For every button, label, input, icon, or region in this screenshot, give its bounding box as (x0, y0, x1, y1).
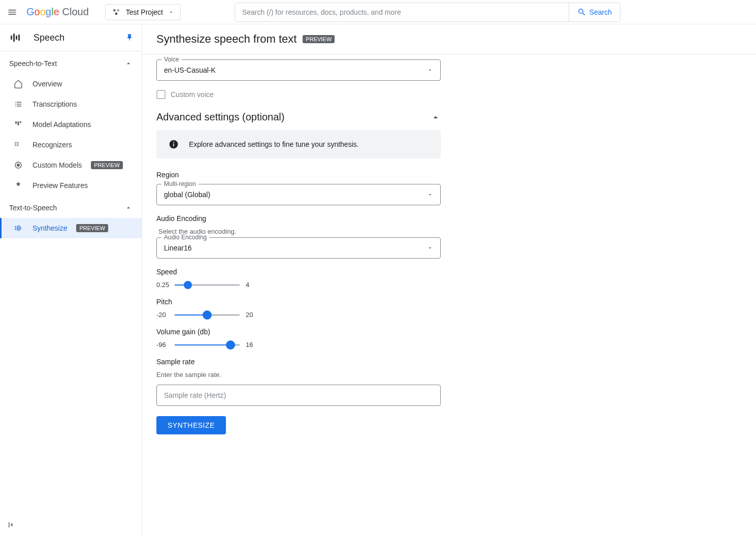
nav-item-label: Custom Models (32, 161, 82, 169)
nav-item-synthesize[interactable]: Synthesize PREVIEW (0, 218, 142, 238)
nav-item-custom-models[interactable]: Custom Models PREVIEW (0, 155, 142, 175)
speed-min: 0.25 (156, 281, 169, 289)
multi-region-select[interactable]: global (Global) (156, 184, 441, 205)
nav-item-label: Transcriptions (32, 100, 77, 108)
nav-group-text-to-speech[interactable]: Text-to-Speech (0, 198, 142, 218)
speech-product-icon (9, 31, 21, 44)
svg-rect-6 (18, 35, 20, 41)
svg-rect-5 (16, 36, 17, 40)
audio-encoding-label: Audio Encoding (156, 214, 585, 223)
pitch-label: Pitch (156, 298, 585, 306)
project-name: Test Project (126, 8, 163, 16)
svg-point-0 (113, 9, 116, 12)
svg-point-20 (173, 142, 174, 143)
voice-select[interactable]: en-US-Casual-K (156, 59, 441, 81)
custom-voice-label: Custom voice (171, 90, 214, 99)
nav-group-label: Speech-to-Text (9, 59, 57, 68)
page-title: Synthesize speech from text (156, 33, 297, 46)
preview-badge: PREVIEW (91, 161, 123, 169)
synthesize-button[interactable]: SYNTHESIZE (156, 416, 226, 434)
region-label: Region (156, 171, 585, 179)
svg-rect-19 (173, 143, 174, 146)
search-button-label: Search (589, 8, 612, 16)
svg-rect-13 (17, 142, 19, 143)
speed-label: Speed (156, 268, 585, 276)
collapse-icon (7, 520, 16, 529)
advanced-settings-title: Advanced settings (optional) (156, 111, 284, 123)
svg-rect-3 (11, 36, 12, 40)
pitch-slider-row: -20 20 (156, 311, 258, 319)
nav-item-recognizers[interactable]: Recognizers (0, 135, 142, 155)
info-banner: Explore advanced settings to fine tune y… (156, 130, 441, 159)
pitch-max: 20 (246, 311, 258, 319)
collapse-sidebar-button[interactable] (0, 515, 23, 536)
voice-field-label: Voice (161, 56, 181, 63)
advanced-settings-header[interactable]: Advanced settings (optional) (156, 111, 441, 123)
slider-thumb[interactable] (184, 281, 192, 289)
chevron-down-icon (168, 9, 174, 15)
sidebar: Speech Speech-to-Text Overview Transcrip… (0, 24, 142, 536)
sample-rate-label: Sample rate (156, 358, 585, 366)
project-selector[interactable]: Test Project (105, 4, 181, 20)
menu-icon[interactable] (6, 6, 18, 18)
speed-slider-row: 0.25 4 (156, 281, 258, 289)
sidebar-header: Speech (0, 24, 142, 51)
volume-slider[interactable] (175, 344, 240, 345)
audio-encoding-value: Linear16 (164, 244, 192, 252)
svg-rect-4 (13, 34, 15, 42)
nav-item-label: Model Adaptations (32, 120, 91, 129)
nav-item-transcriptions[interactable]: Transcriptions (0, 94, 142, 114)
slider-thumb[interactable] (226, 340, 235, 350)
synthesize-icon (13, 223, 23, 233)
info-text: Explore advanced settings to fine tune y… (189, 140, 359, 148)
info-icon (169, 139, 179, 149)
nav-group-label: Text-to-Speech (9, 204, 57, 212)
sidebar-title: Speech (34, 33, 64, 43)
svg-rect-12 (15, 145, 16, 146)
svg-rect-7 (15, 121, 17, 124)
volume-slider-row: -96 16 (156, 341, 258, 349)
nav-group-speech-to-text[interactable]: Speech-to-Text (0, 53, 142, 74)
slider-thumb[interactable] (203, 310, 212, 320)
svg-point-2 (115, 12, 118, 15)
volume-max: 16 (246, 341, 258, 349)
preview-badge: PREVIEW (76, 224, 108, 232)
recognizers-icon (13, 140, 23, 150)
voice-select-value: en-US-Casual-K (164, 66, 216, 74)
page-preview-badge: PREVIEW (303, 35, 335, 43)
multi-region-field-label: Multi-region (161, 180, 199, 187)
nav-item-label: Recognizers (32, 141, 72, 149)
chevron-down-icon (427, 245, 433, 251)
search-button[interactable]: Search (569, 3, 620, 21)
chevron-down-icon (427, 192, 433, 198)
nav-item-label: Synthesize (32, 224, 67, 232)
search-input[interactable] (235, 3, 569, 21)
pitch-slider[interactable] (175, 314, 240, 316)
speed-slider[interactable] (175, 285, 240, 286)
google-cloud-logo[interactable]: Google Cloud (26, 6, 89, 18)
audio-encoding-help: Select the audio encoding. (158, 228, 585, 235)
sample-rate-help: Enter the sample rate. (156, 371, 585, 379)
svg-rect-10 (15, 142, 16, 143)
nav-item-preview-features[interactable]: Preview Features (0, 175, 142, 196)
search-icon (577, 8, 586, 17)
volume-min: -96 (156, 341, 169, 349)
sample-rate-input[interactable] (156, 385, 441, 406)
speed-max: 4 (246, 281, 258, 289)
svg-rect-14 (17, 144, 19, 145)
pitch-min: -20 (156, 311, 169, 319)
nav-item-overview[interactable]: Overview (0, 74, 142, 94)
chevron-up-icon (124, 204, 133, 212)
chevron-down-icon (427, 67, 433, 73)
nav-item-model-adaptations[interactable]: Model Adaptations (0, 114, 142, 135)
pin-icon[interactable] (125, 34, 134, 42)
custom-voice-checkbox[interactable] (156, 90, 166, 99)
svg-point-17 (17, 164, 20, 167)
home-icon (13, 79, 23, 89)
adaptation-icon (13, 119, 23, 130)
custom-voice-row: Custom voice (156, 90, 585, 99)
content-header: Synthesize speech from text PREVIEW (142, 24, 756, 54)
nav-item-label: Preview Features (32, 181, 88, 190)
volume-label: Volume gain (db) (156, 328, 585, 336)
svg-rect-15 (17, 145, 19, 146)
